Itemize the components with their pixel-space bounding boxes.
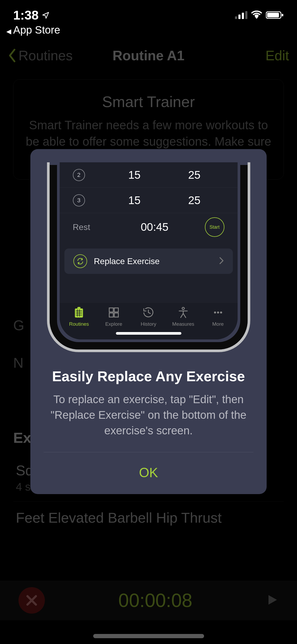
- tab-label: Measures: [172, 321, 194, 327]
- grid-icon: [108, 306, 120, 319]
- body-icon: [177, 306, 189, 319]
- svg-rect-13: [109, 308, 113, 312]
- location-arrow-icon: [42, 11, 50, 19]
- modal-body: To replace an exercise, tap "Edit", then…: [45, 392, 252, 438]
- set-reps: 15: [105, 194, 164, 207]
- set-weight: 25: [164, 194, 224, 207]
- svg-point-19: [217, 311, 219, 314]
- tab-label: Explore: [105, 321, 122, 327]
- svg-rect-14: [114, 308, 118, 312]
- status-return-label: App Store: [13, 24, 60, 36]
- table-row: 2 15 25: [60, 162, 238, 188]
- svg-point-18: [214, 311, 216, 314]
- status-bar-overlay: 1:38 App Store: [0, 8, 297, 29]
- start-rest-button[interactable]: Start: [205, 217, 224, 237]
- history-icon: [142, 306, 154, 319]
- phone-illustration: 2 15 25 3 15 25 Rest 00:45 Start: [47, 162, 250, 352]
- svg-point-20: [220, 311, 222, 314]
- svg-rect-15: [109, 313, 113, 317]
- caret-left-icon: [6, 24, 11, 36]
- mini-tabbar: Routines Explore History: [60, 302, 238, 339]
- clipboard-icon: [73, 306, 85, 319]
- tab-more[interactable]: More: [202, 306, 234, 328]
- replace-exercise-row[interactable]: Replace Exercise: [64, 249, 233, 274]
- svg-rect-4: [267, 13, 279, 17]
- cellular-signal-icon: [235, 11, 247, 19]
- rest-row: Rest 00:45 Start: [60, 213, 238, 241]
- battery-icon: [266, 11, 284, 19]
- status-return-to-app[interactable]: App Store: [6, 24, 60, 36]
- replace-icon: [73, 254, 87, 268]
- tab-label: Routines: [69, 321, 89, 327]
- tab-explore[interactable]: Explore: [98, 306, 130, 328]
- chevron-right-icon: [219, 257, 224, 265]
- status-time-text: 1:38: [13, 8, 39, 22]
- tab-measures[interactable]: Measures: [167, 306, 199, 328]
- wifi-icon: [251, 11, 262, 20]
- onboarding-modal: 2 15 25 3 15 25 Rest 00:45 Start: [30, 149, 267, 494]
- svg-rect-5: [282, 14, 283, 16]
- more-icon: [212, 306, 224, 319]
- tab-routines[interactable]: Routines: [63, 306, 95, 328]
- tab-label: More: [212, 321, 224, 327]
- set-number-badge: 2: [73, 169, 85, 181]
- replace-exercise-label: Replace Exercise: [94, 256, 212, 266]
- svg-rect-7: [78, 307, 81, 310]
- table-row: 3 15 25: [60, 188, 238, 213]
- svg-rect-16: [114, 313, 118, 317]
- set-reps: 15: [105, 169, 164, 181]
- svg-point-17: [182, 307, 184, 309]
- rest-label: Rest: [73, 222, 105, 232]
- tab-history[interactable]: History: [133, 306, 164, 328]
- set-number-badge: 3: [73, 194, 85, 206]
- modal-title: Easily Replace Any Exercise: [41, 368, 256, 384]
- mini-home-indicator: [116, 332, 181, 335]
- tab-label: History: [141, 321, 156, 327]
- modal-ok-button[interactable]: OK: [30, 452, 267, 494]
- rest-time: 00:45: [105, 221, 205, 233]
- set-weight: 25: [164, 169, 224, 181]
